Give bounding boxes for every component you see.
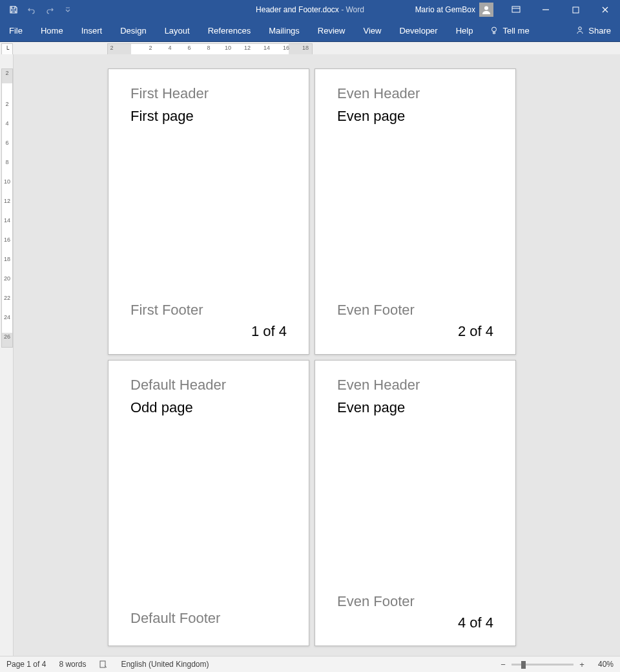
tab-references[interactable]: References <box>199 19 260 41</box>
undo-icon <box>27 5 36 14</box>
page-2[interactable]: Even Header Even page Even Footer 2 of 4 <box>315 68 516 355</box>
close-button[interactable] <box>590 0 620 19</box>
tab-help[interactable]: Help <box>447 19 482 41</box>
tell-me-search[interactable]: Tell me <box>482 19 537 41</box>
proofing-icon <box>99 660 108 669</box>
workspace: 2 2 4 6 8 10 12 14 16 18 20 22 24 26 Fir… <box>0 54 620 656</box>
user-avatar[interactable] <box>479 3 493 17</box>
page-body: Odd page <box>130 399 287 416</box>
page-4[interactable]: Even Header Even page Even Footer 4 of 4 <box>315 360 516 646</box>
share-button[interactable]: Share <box>566 19 620 41</box>
tab-design[interactable]: Design <box>111 19 155 41</box>
title-separator: - <box>339 5 346 14</box>
page-body: First page <box>130 108 287 125</box>
svg-point-4 <box>579 27 582 30</box>
page-header: Default Header <box>130 377 287 393</box>
tab-insert[interactable]: Insert <box>72 19 112 41</box>
vertical-ruler[interactable]: 2 2 4 6 8 10 12 14 16 18 20 22 24 26 <box>1 68 13 348</box>
page-number: 2 of 4 <box>337 323 493 340</box>
share-icon <box>575 26 584 35</box>
svg-point-3 <box>492 27 497 32</box>
tab-layout[interactable]: Layout <box>156 19 199 41</box>
tab-selector[interactable]: └ <box>1 43 13 55</box>
page-3[interactable]: Default Header Odd page Default Footer <box>108 360 309 646</box>
horizontal-ruler[interactable]: 2 2 4 6 8 10 12 14 16 18 <box>107 43 313 55</box>
page-body: Even page <box>337 399 493 416</box>
zoom-in-button[interactable]: + <box>577 660 586 669</box>
svg-point-0 <box>484 6 488 10</box>
page-footer: First Footer <box>130 302 287 318</box>
maximize-icon <box>572 6 579 14</box>
status-proofing[interactable] <box>92 660 114 669</box>
qat-customize-button[interactable] <box>59 2 76 17</box>
page-footer: Default Footer <box>130 611 287 626</box>
tab-developer[interactable]: Developer <box>390 19 446 41</box>
chevron-down-icon <box>65 6 70 13</box>
tab-file[interactable]: File <box>0 19 32 41</box>
svg-rect-2 <box>573 7 579 13</box>
zoom-slider[interactable]: − + <box>493 660 592 669</box>
page-1[interactable]: First Header First page First Footer 1 o… <box>108 68 309 355</box>
svg-rect-5 <box>100 661 105 667</box>
page-footer: Even Footer <box>337 302 493 318</box>
page-body: Even page <box>337 108 493 125</box>
zoom-percent[interactable]: 40% <box>592 660 620 669</box>
app-name: Word <box>346 5 364 14</box>
user-name[interactable]: Mario at GemBox <box>415 5 475 14</box>
status-bar: Page 1 of 4 8 words English (United King… <box>0 656 620 672</box>
undo-button[interactable] <box>23 2 40 17</box>
minimize-button[interactable] <box>531 0 561 19</box>
tab-review[interactable]: Review <box>309 19 355 41</box>
redo-icon <box>45 5 54 14</box>
page-footer: Even Footer <box>337 594 493 609</box>
zoom-out-button[interactable]: − <box>499 660 508 669</box>
save-button[interactable] <box>5 2 22 17</box>
zoom-thumb[interactable] <box>521 661 526 669</box>
ribbon-tabs: File Home Insert Design Layout Reference… <box>0 19 620 42</box>
page-header: First Header <box>130 86 287 101</box>
ribbon-display-options-button[interactable] <box>501 0 531 19</box>
page-number: 4 of 4 <box>337 614 493 631</box>
lightbulb-icon <box>490 26 499 35</box>
ribbon-options-icon <box>512 6 521 14</box>
horizontal-ruler-area: └ 2 2 4 6 8 10 12 14 16 18 <box>0 42 620 56</box>
zoom-track[interactable] <box>512 664 574 666</box>
close-icon <box>601 6 609 14</box>
document-canvas[interactable]: First Header First page First Footer 1 o… <box>14 54 620 656</box>
status-page[interactable]: Page 1 of 4 <box>0 660 52 669</box>
vertical-ruler-area: 2 2 4 6 8 10 12 14 16 18 20 22 24 26 <box>0 54 14 656</box>
page-header: Even Header <box>337 377 493 393</box>
title-right-group: Mario at GemBox <box>415 0 620 19</box>
redo-button[interactable] <box>41 2 58 17</box>
maximize-button[interactable] <box>561 0 590 19</box>
title-bar: Header and Footer.docx - Word Mario at G… <box>0 0 620 19</box>
svg-rect-1 <box>512 6 520 12</box>
tab-view[interactable]: View <box>354 19 390 41</box>
tab-home[interactable]: Home <box>32 19 72 41</box>
quick-access-toolbar <box>0 2 76 17</box>
save-icon <box>9 5 18 14</box>
pages-grid: First Header First page First Footer 1 o… <box>108 68 516 646</box>
status-language[interactable]: English (United Kingdom) <box>114 660 215 669</box>
document-filename: Header and Footer.docx <box>256 5 339 14</box>
page-number: 1 of 4 <box>130 323 287 340</box>
page-header: Even Header <box>337 86 493 101</box>
tab-mailings[interactable]: Mailings <box>260 19 309 41</box>
user-icon <box>481 5 491 15</box>
minimize-icon <box>542 6 550 14</box>
status-wordcount[interactable]: 8 words <box>52 660 92 669</box>
